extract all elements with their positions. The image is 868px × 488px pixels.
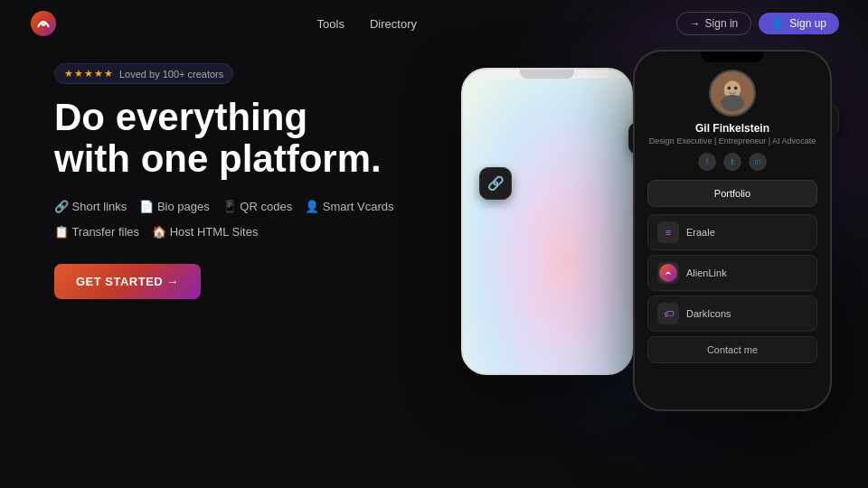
avatar bbox=[709, 70, 756, 117]
phone-back-notch bbox=[520, 70, 574, 79]
link-item-alienlink[interactable]: AlienLink bbox=[647, 255, 817, 291]
hero-section: ★★★★★ Loved by 100+ creators Do everythi… bbox=[54, 63, 452, 299]
nav-links: Tools Directory bbox=[317, 17, 417, 31]
badge-text: Loved by 100+ creators bbox=[119, 69, 223, 80]
social-icon-twitter[interactable]: t bbox=[723, 153, 741, 171]
svg-point-1 bbox=[41, 21, 46, 26]
nav-tools-link[interactable]: Tools bbox=[317, 17, 344, 31]
svg-point-5 bbox=[721, 95, 744, 111]
eraale-label: Eraale bbox=[686, 227, 715, 238]
logo-container[interactable] bbox=[29, 9, 58, 38]
contact-button[interactable]: Contact me bbox=[647, 336, 817, 363]
float-icon-link: 🔗 bbox=[479, 167, 512, 200]
hero-features-list: 🔗 Short links 📄 Bio pages 📱 QR codes 👤 S… bbox=[54, 196, 452, 242]
portfolio-button[interactable]: Portfolio bbox=[647, 180, 817, 207]
social-icon-facebook[interactable]: f bbox=[698, 153, 716, 171]
phone-front-notch bbox=[701, 52, 764, 62]
feature-short-links: 🔗 Short links bbox=[54, 196, 127, 217]
hero-title: Do everything with one platform. bbox=[54, 97, 452, 180]
phone-back-mockup bbox=[461, 68, 633, 375]
logo-icon bbox=[29, 9, 58, 38]
link-item-darkicons[interactable]: 🏷 DarkIcons bbox=[647, 296, 817, 332]
svg-point-7 bbox=[734, 87, 738, 90]
feature-transfer-files: 📋 Transfer files bbox=[54, 221, 139, 242]
darkicons-icon: 🏷 bbox=[657, 303, 679, 324]
feature-smart-vcards: 👤 Smart Vcards bbox=[305, 196, 393, 217]
phone-front-mockup: Gil Finkelstein Design Executive | Entre… bbox=[633, 50, 832, 411]
phone-back-background bbox=[463, 79, 631, 375]
darkicons-label: DarkIcons bbox=[686, 308, 731, 319]
avatar-image bbox=[711, 70, 754, 117]
signin-icon: → bbox=[690, 17, 701, 30]
svg-point-9 bbox=[667, 272, 670, 275]
social-icon-linkedin[interactable]: in bbox=[749, 153, 767, 171]
phone-mockups: ✏️ ▶ 🔗 🖼 ✉ 🎵 Gil Finkelstein Design Exec bbox=[452, 50, 832, 429]
profile-description: Design Executive | Entrepreneur | AI Adv… bbox=[647, 136, 817, 145]
signup-icon: 👤 bbox=[771, 17, 785, 30]
nav-buttons: → Sign in 👤 Sign up bbox=[676, 12, 839, 35]
alienlink-inner-icon bbox=[659, 264, 677, 282]
profile-card: Gil Finkelstein Design Executive | Entre… bbox=[635, 70, 830, 363]
alienlink-label: AlienLink bbox=[686, 267, 727, 278]
profile-name: Gil Finkelstein bbox=[647, 122, 817, 135]
feature-host-html: 🏠 Host HTML Sites bbox=[152, 221, 258, 242]
loved-badge: ★★★★★ Loved by 100+ creators bbox=[54, 63, 233, 84]
star-rating: ★★★★★ bbox=[64, 68, 114, 80]
feature-bio-pages: 📄 Bio pages bbox=[139, 196, 209, 217]
signup-button[interactable]: 👤 Sign up bbox=[759, 13, 839, 34]
signin-button[interactable]: → Sign in bbox=[676, 12, 752, 35]
feature-qr-codes: 📱 QR codes bbox=[222, 196, 292, 217]
alienlink-logo-icon bbox=[657, 262, 679, 284]
social-icons-row: f t in bbox=[647, 153, 817, 171]
navbar: Tools Directory → Sign in 👤 Sign up bbox=[0, 0, 868, 47]
svg-point-6 bbox=[727, 87, 731, 90]
cta-button[interactable]: GET STARTED → bbox=[54, 264, 201, 299]
nav-directory-link[interactable]: Directory bbox=[370, 17, 417, 31]
link-item-eraale[interactable]: ≡ Eraale bbox=[647, 214, 817, 250]
eraale-icon: ≡ bbox=[657, 221, 679, 243]
